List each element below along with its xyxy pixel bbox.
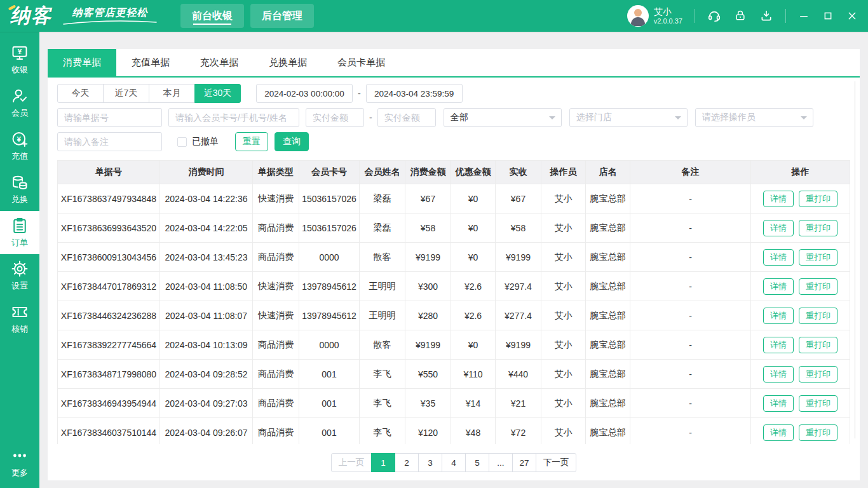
- table-cell: 艾小: [541, 418, 586, 445]
- table-cell: 2024-03-04 13:45:23: [160, 243, 253, 272]
- reprint-button[interactable]: 重打印: [799, 337, 837, 353]
- page-button-4[interactable]: 4: [442, 453, 466, 472]
- tab-兑换单据[interactable]: 兑换单据: [254, 49, 322, 76]
- support-icon[interactable]: [707, 9, 721, 23]
- nav-tab-前台收银[interactable]: 前台收银: [180, 4, 244, 28]
- slogan-underline: [62, 20, 158, 25]
- reprint-button[interactable]: 重打印: [799, 395, 837, 412]
- tab-消费单据[interactable]: 消费单据: [48, 49, 116, 76]
- next-page-button[interactable]: 下一页: [536, 453, 576, 472]
- table-cell: 001: [299, 360, 360, 389]
- reprint-button[interactable]: 重打印: [799, 308, 837, 324]
- sidebar-item-设置[interactable]: 设置: [0, 254, 39, 297]
- nav-tab-后台管理[interactable]: 后台管理: [250, 4, 314, 28]
- page-button-5[interactable]: 5: [465, 453, 489, 472]
- table-cell: 腕宝总部: [586, 389, 630, 418]
- reprint-button[interactable]: 重打印: [799, 249, 837, 266]
- page-button-1[interactable]: 1: [371, 453, 395, 472]
- table-cell-actions: 详情重打印: [751, 301, 850, 330]
- column-header: 实收: [496, 161, 541, 184]
- table-cell: 2024-03-04 09:27:03: [160, 389, 253, 418]
- sidebar-item-more[interactable]: 更多: [0, 441, 39, 484]
- detail-button[interactable]: 详情: [763, 220, 794, 236]
- tab-充次单据[interactable]: 充次单据: [185, 49, 254, 76]
- search-button[interactable]: 查询: [275, 132, 309, 151]
- range-近30天[interactable]: 近30天: [194, 84, 241, 103]
- table-cell: 2024-03-04 10:13:09: [160, 330, 253, 360]
- table-cell: ¥550: [405, 360, 451, 389]
- table-cell: XF16738637497934848: [58, 184, 160, 214]
- operator-select[interactable]: 请选择操作员: [695, 108, 813, 127]
- column-header: 备注: [630, 161, 751, 184]
- table-cell: 散客: [360, 243, 405, 272]
- sidebar-item-充值[interactable]: ¥充值: [0, 125, 39, 168]
- detail-button[interactable]: 详情: [763, 278, 794, 295]
- detail-button[interactable]: 详情: [763, 337, 794, 353]
- table-cell: ¥58: [405, 214, 451, 243]
- detail-button[interactable]: 详情: [763, 308, 794, 324]
- close-icon[interactable]: [846, 10, 858, 22]
- paid-min-input[interactable]: [306, 108, 364, 127]
- detail-button[interactable]: 详情: [763, 366, 794, 383]
- table-cell: ¥280: [405, 301, 451, 330]
- scrollbar[interactable]: [855, 81, 855, 438]
- app-version: v2.0.0.37: [654, 17, 682, 25]
- reset-button[interactable]: 重置: [235, 132, 268, 151]
- detail-button[interactable]: 详情: [763, 249, 794, 266]
- member-search-input[interactable]: [168, 108, 299, 127]
- reprint-button[interactable]: 重打印: [799, 278, 837, 295]
- table-cell: 艾小: [541, 330, 586, 360]
- table-cell: 商品消费: [253, 214, 299, 243]
- range-近7天[interactable]: 近7天: [103, 84, 149, 103]
- prev-page-button[interactable]: 上一页: [331, 453, 372, 472]
- tab-充值单据[interactable]: 充值单据: [116, 49, 185, 76]
- reprint-button[interactable]: 重打印: [799, 191, 837, 207]
- table-cell-actions: 详情重打印: [751, 272, 850, 301]
- column-header: 消费时间: [160, 161, 253, 184]
- sidebar-item-label: 更多: [11, 467, 28, 478]
- table-cell: 李飞: [360, 360, 405, 389]
- sidebar-item-收银[interactable]: ¥收银: [0, 38, 39, 81]
- sidebar-item-兑换[interactable]: 兑换: [0, 168, 39, 211]
- page-button-27[interactable]: 27: [512, 453, 536, 472]
- page-button-3[interactable]: 3: [418, 453, 442, 472]
- cashier-icon: ¥: [11, 44, 29, 62]
- filter-row-actions: 已撤单 重置 查询: [57, 132, 850, 151]
- sidebar-item-核销[interactable]: 核销: [0, 297, 39, 341]
- paid-max-input[interactable]: [377, 108, 436, 127]
- table-cell: ¥2.6: [451, 272, 496, 301]
- page-button-2[interactable]: 2: [395, 453, 419, 472]
- sidebar-item-订单[interactable]: 订单: [0, 211, 39, 254]
- table-cell: 艾小: [541, 184, 586, 214]
- detail-button[interactable]: 详情: [763, 191, 794, 207]
- detail-button[interactable]: 详情: [763, 395, 794, 412]
- lock-icon[interactable]: [733, 9, 747, 23]
- bill-no-input[interactable]: [57, 108, 162, 127]
- table-cell: ¥67: [496, 184, 541, 214]
- table-row: XF167383487179980802024-03-04 09:28:52商品…: [58, 360, 850, 389]
- reprint-button[interactable]: 重打印: [799, 220, 837, 236]
- table-cell: ¥67: [405, 184, 451, 214]
- cancelled-checkbox[interactable]: [177, 137, 187, 147]
- maximize-icon[interactable]: [822, 10, 834, 22]
- reprint-button[interactable]: 重打印: [799, 366, 837, 383]
- date-from-input[interactable]: [256, 84, 353, 103]
- table-cell: XF16738600913043456: [58, 243, 160, 272]
- table-cell: ¥300: [405, 272, 451, 301]
- range-本月[interactable]: 本月: [149, 84, 195, 103]
- remark-input[interactable]: [57, 132, 162, 151]
- table-cell: 腕宝总部: [586, 272, 630, 301]
- avatar[interactable]: [627, 5, 649, 27]
- download-icon[interactable]: [759, 9, 773, 23]
- tab-会员卡单据[interactable]: 会员卡单据: [322, 49, 400, 76]
- table-cell: XF16738346037510144: [58, 418, 160, 445]
- date-to-input[interactable]: [366, 84, 463, 103]
- reprint-button[interactable]: 重打印: [799, 424, 837, 441]
- detail-button[interactable]: 详情: [763, 424, 794, 441]
- store-select[interactable]: 选择门店: [569, 108, 688, 127]
- type-select[interactable]: 全部: [444, 108, 562, 127]
- sidebar-item-会员[interactable]: 会员: [0, 81, 39, 125]
- minimize-icon[interactable]: [798, 10, 810, 22]
- range-今天[interactable]: 今天: [57, 84, 104, 103]
- table-cell: 0000: [299, 243, 360, 272]
